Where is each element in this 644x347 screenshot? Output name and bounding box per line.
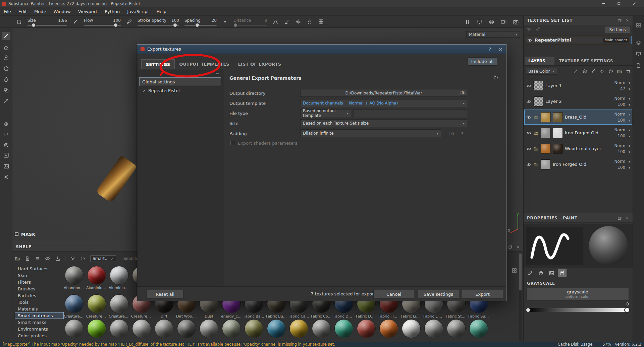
shelf-scrollbar[interactable] bbox=[519, 254, 522, 341]
shelf-item-abandoned[interactable]: Abandoned... bbox=[64, 266, 85, 290]
menu-javascript[interactable]: JavaScript bbox=[123, 7, 153, 16]
group-layer-icon[interactable] bbox=[617, 69, 622, 74]
minimize-button[interactable] bbox=[596, 0, 611, 7]
folder-icon[interactable] bbox=[533, 114, 539, 120]
material-sphere-thumb[interactable] bbox=[447, 320, 465, 338]
texture-set-row[interactable]: RepeaterPistol Main shader bbox=[525, 36, 632, 44]
shelf-item-creature-ski[interactable]: Creature Ski... bbox=[86, 295, 107, 319]
padding-select[interactable]: Dilation infinite ▾ bbox=[300, 129, 441, 137]
shelf-item[interactable] bbox=[288, 320, 309, 338]
close-icon[interactable] bbox=[625, 216, 629, 220]
visibility-eye-icon[interactable] bbox=[526, 99, 531, 104]
shelf-item[interactable] bbox=[378, 320, 399, 338]
layer-thumbnail[interactable] bbox=[553, 128, 563, 138]
include-all-button[interactable]: Include all bbox=[468, 57, 497, 66]
smudge-tool[interactable] bbox=[2, 75, 10, 83]
reset-all-button[interactable]: Reset all bbox=[147, 290, 183, 299]
shelf-item[interactable] bbox=[131, 320, 152, 338]
add-layer-icon[interactable] bbox=[582, 69, 587, 74]
paint-tool[interactable] bbox=[2, 32, 10, 40]
folder-icon[interactable] bbox=[533, 146, 539, 151]
recent-path-button[interactable]: R bbox=[460, 90, 466, 96]
log-panel-icon[interactable] bbox=[636, 63, 641, 68]
shelf-item[interactable] bbox=[154, 320, 174, 338]
dock-icon[interactable] bbox=[618, 18, 622, 23]
material-sphere-thumb[interactable] bbox=[65, 295, 83, 313]
menu-mode[interactable]: Mode bbox=[31, 7, 50, 16]
opacity-select[interactable]: 100 ▾ bbox=[618, 165, 630, 170]
shelf-item[interactable] bbox=[401, 320, 422, 338]
material-sphere-thumb[interactable] bbox=[155, 320, 173, 338]
display-panel-icon[interactable] bbox=[636, 51, 641, 57]
uv-reproject-icon[interactable] bbox=[318, 19, 324, 25]
layer-thumbnail[interactable] bbox=[533, 96, 543, 107]
menu-help[interactable]: Help bbox=[153, 7, 170, 16]
folder-icon[interactable] bbox=[533, 130, 539, 136]
substance-share-icon[interactable] bbox=[2, 141, 10, 149]
clone-tool[interactable] bbox=[2, 86, 10, 94]
material-sphere-thumb[interactable] bbox=[88, 295, 106, 313]
help-button[interactable]: ? bbox=[489, 47, 491, 52]
close-icon[interactable] bbox=[625, 18, 629, 23]
pick-material-icon[interactable] bbox=[573, 69, 579, 74]
param-slider[interactable] bbox=[138, 25, 179, 26]
layer-thumbnail[interactable] bbox=[541, 144, 551, 154]
brush-falloff-icon[interactable] bbox=[72, 19, 78, 25]
shelf-item[interactable] bbox=[266, 320, 287, 338]
shelf-item[interactable] bbox=[356, 320, 377, 338]
material-sphere-thumb[interactable] bbox=[380, 320, 398, 338]
material-sphere-thumb[interactable] bbox=[357, 320, 375, 338]
blend-mode-select[interactable]: Norm ▾ bbox=[614, 128, 630, 132]
shelf-item[interactable] bbox=[311, 320, 332, 338]
blend-mode-select[interactable]: Norm ▾ bbox=[614, 80, 630, 85]
tab-layers[interactable]: LAYERS bbox=[525, 57, 554, 65]
channel-select[interactable]: Base Color▾ bbox=[526, 68, 557, 75]
properties-header[interactable]: PROPERTIES - PAINT bbox=[524, 213, 633, 223]
material-picker-tool[interactable] bbox=[2, 97, 10, 105]
dialog-tab-list-of-exports[interactable]: LIST OF EXPORTS bbox=[234, 59, 286, 69]
menu-edit[interactable]: Edit bbox=[15, 7, 31, 16]
material-sphere-thumb[interactable] bbox=[110, 295, 128, 313]
blend-mode-select[interactable]: Norm ▾ bbox=[614, 143, 630, 148]
texture-set-settings-button[interactable]: Settings bbox=[605, 26, 630, 33]
output-directory-field[interactable]: D:/Downloads/RepeaterPistol/TotalWar R bbox=[300, 89, 467, 97]
transform-gizmo-icon[interactable] bbox=[16, 19, 22, 25]
dock-grid-icon[interactable] bbox=[636, 22, 641, 28]
opacity-select[interactable]: 100 ▾ bbox=[618, 118, 630, 123]
resources-icon[interactable] bbox=[2, 162, 10, 170]
shelf-item[interactable] bbox=[176, 320, 197, 338]
slider-thumb[interactable] bbox=[526, 307, 531, 313]
export-list-repeaterpistol[interactable]: RepeaterPistol bbox=[139, 86, 221, 95]
slider-end-handle[interactable] bbox=[624, 307, 630, 313]
layer-row-layer-1[interactable]: Layer 1Norm ▾47 ▾ bbox=[524, 78, 632, 93]
layer-thumbnail[interactable] bbox=[553, 112, 563, 122]
screenshot-icon[interactable] bbox=[513, 19, 519, 25]
param-slider[interactable] bbox=[233, 25, 267, 26]
material-sphere-thumb[interactable] bbox=[290, 320, 308, 338]
viewport-display-icon[interactable] bbox=[476, 19, 483, 25]
material-sphere-thumb[interactable] bbox=[200, 320, 218, 338]
shelf-item-aluminium[interactable]: Aluminium ... bbox=[109, 266, 129, 290]
layer-row-brass-old[interactable]: Brass_OldNorm ▾100 ▾ bbox=[524, 110, 632, 125]
blend-mode-select[interactable]: Norm ▾ bbox=[614, 112, 630, 117]
cancel-button[interactable]: Cancel bbox=[373, 290, 414, 299]
polygon-fill-tool[interactable] bbox=[2, 64, 10, 73]
param-slider[interactable] bbox=[84, 25, 121, 26]
pause-engine-icon[interactable] bbox=[464, 19, 471, 25]
link-sets-icon[interactable] bbox=[535, 27, 540, 32]
shelf-item-aluminium[interactable]: Aluminium ... bbox=[86, 266, 107, 290]
material-sphere-thumb[interactable] bbox=[110, 320, 128, 338]
material-sphere-thumb[interactable] bbox=[88, 266, 106, 284]
shelf-item[interactable] bbox=[109, 320, 129, 338]
layer-row-wood-multilayer[interactable]: Wood_multilayerNorm ▾100 ▾ bbox=[524, 141, 632, 156]
display-settings-icon[interactable] bbox=[2, 120, 10, 128]
projection-tool[interactable] bbox=[2, 54, 10, 62]
layer-thumbnail[interactable] bbox=[541, 159, 551, 169]
toolbar-param-spacing[interactable]: Spacing20 bbox=[184, 18, 217, 26]
material-sphere-thumb[interactable] bbox=[267, 320, 285, 338]
viewport-material-select[interactable]: Material▾ bbox=[466, 31, 520, 38]
visibility-eye-icon[interactable] bbox=[526, 83, 531, 88]
menu-viewport[interactable]: Viewport bbox=[74, 7, 101, 16]
visibility-eye-icon[interactable] bbox=[526, 115, 531, 120]
material-view-icon[interactable] bbox=[488, 19, 495, 25]
